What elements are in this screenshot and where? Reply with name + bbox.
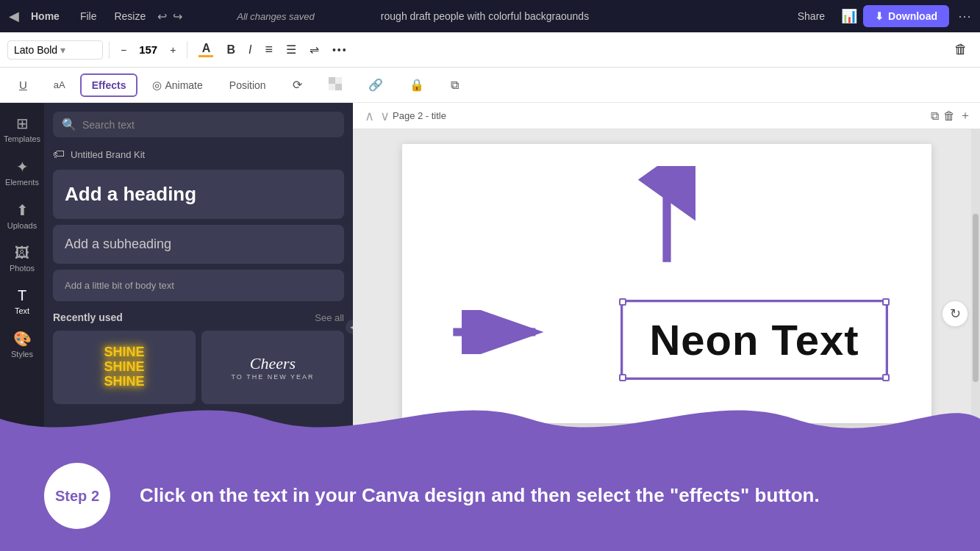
- step-instruction: Step 2 Click on the text in your Canva d…: [0, 448, 980, 551]
- delete-text-button[interactable]: 🗑: [949, 38, 973, 61]
- redo-button[interactable]: ↪: [173, 10, 182, 24]
- canvas-top-chevron-down[interactable]: ∨: [377, 108, 393, 124]
- page-add-button[interactable]: ＋: [959, 108, 971, 123]
- brand-kit-icon: 🏷: [53, 148, 65, 161]
- saved-status: All changes saved: [188, 11, 363, 22]
- search-input[interactable]: [82, 119, 335, 131]
- transparency-icon: [329, 77, 342, 90]
- brand-kit-label: Untitled Brand Kit: [71, 149, 145, 160]
- svg-rect-0: [329, 77, 335, 84]
- scrollbar-thumb[interactable]: [973, 214, 979, 383]
- copy-button[interactable]: ⧉: [439, 73, 471, 98]
- body-text: Add a little bit of body text: [65, 280, 174, 291]
- color-a-icon: A: [198, 42, 213, 57]
- recently-used-label: Recently used: [53, 311, 123, 323]
- styles-label: Styles: [11, 350, 33, 359]
- canvas-top-chevron-up[interactable]: ∧: [362, 108, 377, 124]
- lock-button[interactable]: 🔒: [398, 72, 436, 98]
- page-copy-button[interactable]: ⧉: [931, 108, 939, 123]
- sidebar-item-elements[interactable]: ✦ Elements: [0, 152, 44, 192]
- underline-button[interactable]: U: [7, 73, 39, 97]
- text-color-button[interactable]: A: [193, 38, 218, 61]
- text-icon: T: [18, 287, 26, 304]
- aa-button[interactable]: aA: [42, 73, 77, 96]
- more-options-button[interactable]: ⋯: [958, 8, 971, 24]
- effects-button[interactable]: Effects: [80, 73, 138, 97]
- divider-1: [109, 41, 110, 59]
- elements-icon: ✦: [16, 158, 29, 176]
- handle-tr[interactable]: [882, 298, 890, 306]
- home-button[interactable]: Home: [25, 7, 65, 25]
- transparency-button[interactable]: [317, 71, 354, 98]
- text-label: Text: [15, 306, 29, 315]
- align-button[interactable]: ≡: [260, 38, 278, 61]
- more-text-options[interactable]: •••: [327, 40, 353, 60]
- handle-tl[interactable]: [619, 298, 626, 306]
- add-subheading-button[interactable]: Add a subheading: [53, 225, 344, 264]
- cheers-text: Cheers: [231, 354, 314, 373]
- undo-button[interactable]: ↩: [157, 10, 167, 24]
- canvas-page: Neon Text: [402, 144, 931, 423]
- top-nav: ◀ Home File Resize ↩ ↪ All changes saved…: [0, 0, 980, 32]
- transform-button[interactable]: ⟳: [281, 72, 314, 98]
- search-icon: 🔍: [62, 118, 76, 132]
- bold-button[interactable]: B: [221, 40, 240, 60]
- cheers-sub-text: TO THE NEW YEAR: [231, 373, 314, 381]
- italic-button[interactable]: I: [243, 40, 257, 60]
- download-icon: ⬇: [875, 10, 884, 22]
- analytics-button[interactable]: 📊: [841, 8, 857, 24]
- uploads-label: Uploads: [7, 221, 37, 230]
- svg-rect-1: [335, 84, 342, 90]
- handle-br[interactable]: [882, 374, 890, 381]
- uploads-icon: ⬆: [16, 201, 29, 219]
- search-box[interactable]: 🔍: [53, 112, 344, 137]
- step-number: Step 2: [55, 488, 99, 505]
- arrow-up-indicator: [637, 166, 696, 272]
- handle-bl[interactable]: [619, 374, 626, 381]
- doc-title: rough draft people with colorful backgra…: [381, 10, 589, 22]
- list-button[interactable]: ☰: [281, 39, 301, 60]
- templates-icon: ⊞: [16, 115, 29, 132]
- photos-label: Photos: [10, 264, 35, 273]
- photos-icon: 🖼: [15, 245, 29, 262]
- elements-label: Elements: [5, 178, 39, 187]
- spacing-button[interactable]: ⇌: [304, 39, 324, 60]
- back-button[interactable]: ◀: [9, 8, 19, 24]
- font-selector[interactable]: Lato Bold ▾: [7, 40, 103, 60]
- subheading-text: Add a subheading: [65, 237, 171, 252]
- divider-2: [187, 41, 187, 59]
- font-size-display: 157: [135, 43, 162, 56]
- link-button[interactable]: 🔗: [357, 72, 395, 98]
- neon-text-element[interactable]: Neon Text: [621, 300, 887, 379]
- neon-text-label: Neon Text: [649, 316, 859, 364]
- see-all-button[interactable]: See all: [315, 312, 344, 323]
- resize-menu[interactable]: Resize: [108, 7, 151, 25]
- download-button[interactable]: ⬇ Download: [863, 5, 949, 27]
- sidebar-item-styles[interactable]: 🎨 Styles: [0, 324, 44, 364]
- text-toolbar: Lato Bold ▾ − 157 + A B I ≡ ☰ ⇌ ••• 🗑: [0, 32, 980, 68]
- rotate-button[interactable]: ↻: [942, 300, 968, 327]
- font-size-increase[interactable]: +: [165, 40, 181, 60]
- position-button[interactable]: Position: [218, 73, 278, 97]
- page-actions: ⧉ 🗑 ＋: [931, 108, 971, 123]
- svg-rect-3: [329, 84, 335, 90]
- share-button[interactable]: Share: [787, 6, 835, 26]
- add-heading-button[interactable]: Add a heading: [53, 170, 344, 219]
- sidebar-item-uploads[interactable]: ⬆ Uploads: [0, 195, 44, 236]
- recently-used-header: Recently used See all: [53, 311, 344, 323]
- sidebar-item-photos[interactable]: 🖼 Photos: [0, 239, 44, 278]
- wave-divider: [0, 389, 980, 448]
- step-circle: Step 2: [44, 463, 110, 529]
- brand-kit-row: 🏷 Untitled Brand Kit: [53, 148, 344, 161]
- canvas-top-bar: ∧ ∨ Page 2 - title ⧉ 🗑 ＋: [353, 103, 980, 129]
- effects-bar: U aA Effects ◎ Animate Position ⟳ 🔗 🔒 ⧉: [0, 68, 980, 103]
- sidebar-item-templates[interactable]: ⊞ Templates: [0, 109, 44, 149]
- animate-button[interactable]: ◎ Animate: [140, 73, 214, 98]
- add-body-button[interactable]: Add a little bit of body text: [53, 270, 344, 301]
- file-menu[interactable]: File: [74, 7, 103, 25]
- templates-label: Templates: [4, 134, 40, 143]
- sidebar-item-text[interactable]: T Text: [0, 281, 44, 321]
- page-delete-button[interactable]: 🗑: [943, 108, 955, 123]
- svg-rect-2: [335, 77, 342, 84]
- font-size-decrease[interactable]: −: [115, 40, 132, 60]
